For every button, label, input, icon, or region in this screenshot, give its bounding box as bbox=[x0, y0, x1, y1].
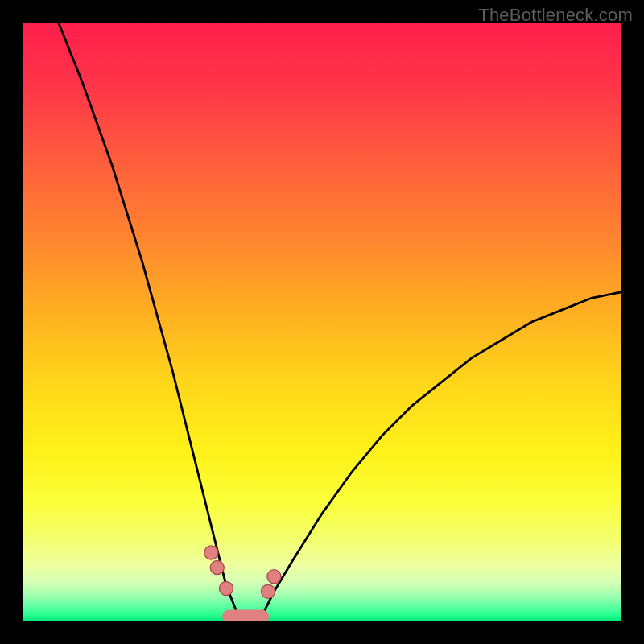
curve-marker bbox=[210, 560, 224, 574]
curve-marker bbox=[204, 546, 218, 559]
curve-marker bbox=[261, 584, 275, 598]
bottleneck-curve bbox=[23, 23, 621, 621]
plot-area bbox=[23, 23, 621, 621]
outer-frame: TheBottleneck.com bbox=[0, 0, 644, 644]
curve-marker bbox=[267, 570, 281, 584]
watermark-text: TheBottleneck.com bbox=[478, 5, 633, 26]
curve-marker bbox=[219, 582, 233, 596]
